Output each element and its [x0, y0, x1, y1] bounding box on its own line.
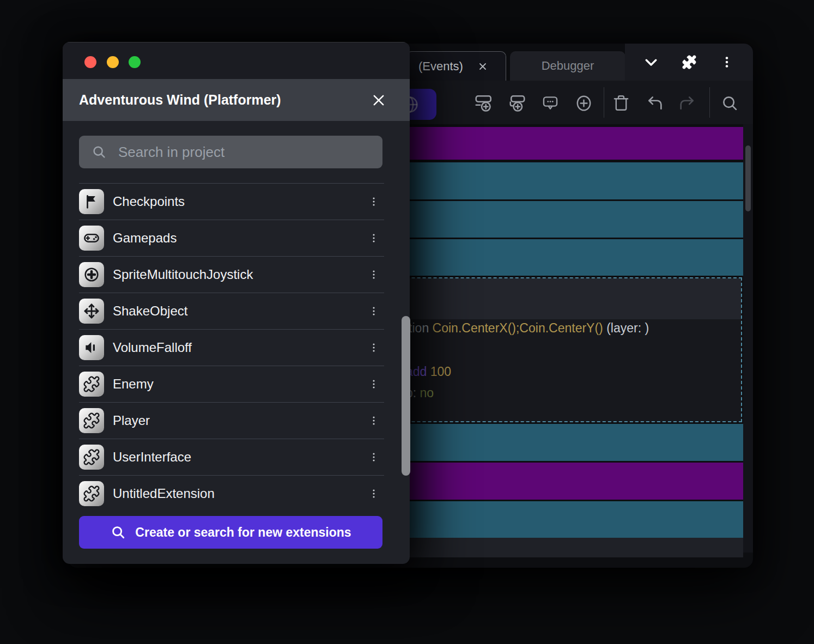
screenshot-stage: (Events) Debugger [0, 0, 814, 644]
list-item-label: Player [113, 413, 366, 428]
events-scrollbar-thumb[interactable] [745, 145, 751, 211]
item-kebab-icon[interactable] [366, 375, 382, 393]
list-item-gamepads[interactable]: Gamepads [79, 220, 384, 256]
window-controls [625, 44, 753, 81]
list-item-userinterface[interactable]: UserInterface [79, 439, 384, 475]
joystick-icon [79, 262, 104, 287]
item-kebab-icon[interactable] [366, 192, 382, 211]
list-item-checkpoints[interactable]: Checkpoints [79, 183, 384, 220]
list-item-player[interactable]: Player [79, 402, 384, 439]
dialog-header: Adventurous Wind (Platformer) [63, 79, 410, 121]
toolbar-separator [604, 87, 604, 118]
list-item-label: UserInterface [113, 449, 366, 465]
undo-icon[interactable] [645, 93, 665, 113]
list-item-label: Enemy [113, 376, 366, 392]
tab-debugger-label: Debugger [542, 59, 594, 73]
add-event-icon[interactable] [474, 93, 494, 113]
list-item-label: UntitledExtension [113, 486, 366, 501]
add-subevent-icon[interactable] [507, 93, 526, 113]
extensions-puzzle-icon[interactable] [677, 50, 701, 74]
item-kebab-icon[interactable] [366, 484, 382, 503]
search-input[interactable] [117, 143, 382, 161]
dialog-titlebar [63, 42, 410, 79]
close-icon[interactable] [370, 92, 387, 108]
traffic-zoom-button[interactable] [129, 56, 141, 68]
item-kebab-icon[interactable] [366, 265, 382, 284]
flag-icon [79, 189, 104, 214]
puzzle-icon [79, 372, 104, 397]
tab-debugger[interactable]: Debugger [510, 51, 625, 81]
search-events-icon[interactable] [720, 93, 739, 113]
action-expression: Coin.CenterX();Coin.CenterY() [433, 321, 603, 335]
speaker-icon [79, 335, 104, 360]
traffic-close-button[interactable] [84, 56, 96, 68]
event-add-line[interactable]: add 100 [406, 364, 451, 379]
list-item-volumefalloff[interactable]: VolumeFalloff [79, 329, 384, 366]
puzzle-icon [79, 481, 104, 506]
create-extension-button[interactable]: Create or search for new extensions [79, 516, 382, 549]
puzzle-icon [79, 445, 104, 470]
list-item-label: Checkpoints [113, 194, 366, 209]
item-kebab-icon[interactable] [366, 411, 382, 430]
traffic-minimize-button[interactable] [107, 56, 119, 68]
list-item-sprite-multitouch-joystick[interactable]: SpriteMultitouchJoystick [79, 256, 384, 293]
chevron-down-icon[interactable] [639, 50, 663, 74]
item-kebab-icon[interactable] [366, 229, 382, 247]
item-kebab-icon[interactable] [366, 338, 382, 357]
loop-value: no [420, 386, 434, 400]
dialog-scrollbar-thumb[interactable] [402, 316, 410, 476]
event-action-line[interactable]: ition Coin.CenterX();Coin.CenterY() (lay… [406, 321, 649, 336]
events-scrollbar-track[interactable] [743, 124, 753, 552]
list-item-label: SpriteMultitouchJoystick [113, 267, 366, 282]
delete-icon[interactable] [611, 93, 631, 113]
move-arrows-icon [79, 299, 104, 324]
puzzle-icon [79, 408, 104, 433]
list-item-enemy[interactable]: Enemy [79, 366, 384, 402]
list-item-label: VolumeFalloff [113, 340, 366, 355]
extensions-list: Checkpoints Gamepads SpriteMultitouchJ [79, 183, 384, 512]
project-search [79, 136, 382, 168]
list-item-label: ShakeObject [113, 303, 366, 319]
search-icon [110, 524, 126, 540]
create-extension-label: Create or search for new extensions [135, 525, 351, 540]
tab-events[interactable]: (Events) [406, 51, 506, 81]
item-kebab-icon[interactable] [366, 302, 382, 320]
close-tab-icon[interactable] [477, 61, 488, 72]
circle-add-icon[interactable] [574, 93, 593, 113]
tab-events-label: (Events) [418, 59, 463, 74]
add-comment-icon[interactable] [540, 93, 560, 113]
item-kebab-icon[interactable] [366, 448, 382, 466]
value-100: 100 [430, 364, 451, 379]
list-item-label: Gamepads [113, 230, 366, 246]
action-layer-param: (layer: ) [603, 321, 649, 335]
search-icon [91, 144, 107, 160]
list-item-untitledextension[interactable]: UntitledExtension [79, 475, 384, 512]
kebab-menu-icon[interactable] [715, 50, 739, 74]
redo-icon[interactable] [677, 93, 697, 113]
toolbar-separator [709, 87, 710, 118]
gamepad-icon [79, 226, 104, 251]
list-item-shakeobject[interactable]: ShakeObject [79, 293, 384, 329]
project-manager-dialog: Adventurous Wind (Platformer) Checkpoint… [63, 42, 410, 564]
project-title: Adventurous Wind (Platformer) [79, 92, 370, 108]
